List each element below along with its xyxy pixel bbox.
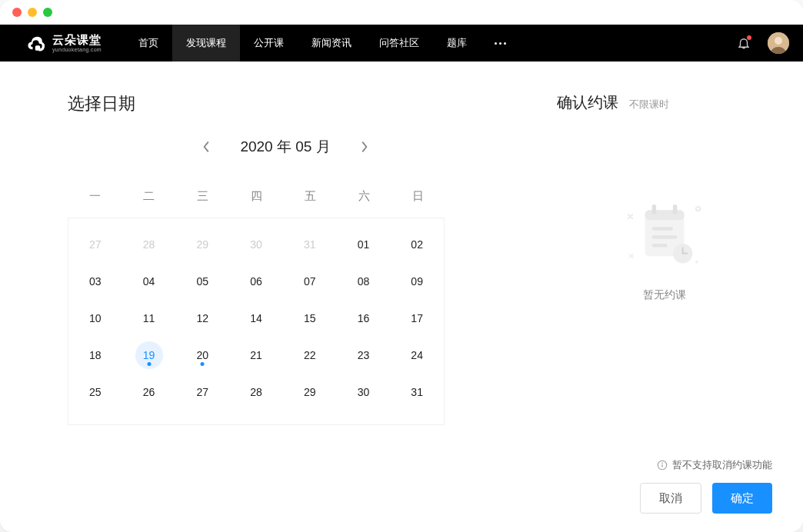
cancel-button[interactable]: 取消	[640, 483, 701, 514]
prev-month-button[interactable]	[198, 139, 214, 155]
calendar-day[interactable]: 31	[403, 378, 431, 406]
calendar-day[interactable]: 11	[135, 304, 163, 332]
calendar-day[interactable]: 14	[242, 304, 270, 332]
next-month-button[interactable]	[357, 139, 372, 155]
nav-item-2[interactable]: 公开课	[240, 25, 298, 62]
svg-rect-6	[645, 210, 685, 220]
confirm-button[interactable]: 确定	[712, 483, 772, 514]
calendar-day[interactable]: 16	[349, 304, 377, 332]
calendar-day[interactable]: 15	[296, 304, 324, 332]
nav-more[interactable]	[481, 42, 520, 45]
calendar-cell: 05	[175, 263, 229, 300]
calendar-day[interactable]: 05	[188, 268, 216, 295]
traffic-light-zoom[interactable]	[43, 8, 52, 17]
calendar-day[interactable]: 24	[403, 341, 431, 369]
notice: 暂不支持取消约课功能	[557, 458, 772, 472]
logo-subtext: yunduoketang.com	[52, 47, 102, 52]
traffic-light-minimize[interactable]	[28, 8, 37, 17]
calendar-day[interactable]: 12	[188, 304, 216, 332]
nav-item-1[interactable]: 发现课程	[172, 25, 240, 62]
calendar-day[interactable]: 03	[82, 268, 109, 295]
calendar-day[interactable]: 27	[188, 378, 216, 406]
info-icon	[657, 460, 668, 470]
calendar-cell: 14	[229, 300, 283, 337]
calendar-day[interactable]: 23	[349, 341, 377, 369]
calendar-cell: 27	[175, 374, 229, 411]
calendar-cell: 02	[390, 226, 444, 263]
calendar-cell: 28	[229, 374, 283, 411]
calendar-day[interactable]: 25	[82, 378, 109, 406]
nav-item-0[interactable]: 首页	[125, 25, 172, 62]
calendar-cell: 26	[122, 374, 176, 411]
calendar-day[interactable]: 08	[349, 268, 377, 295]
calendar-cell: 25	[68, 374, 122, 411]
svg-point-2	[775, 37, 782, 45]
calendar-title: 选择日期	[68, 92, 503, 115]
calendar-day[interactable]: 30	[349, 378, 377, 406]
calendar-day[interactable]: 21	[242, 341, 270, 369]
calendar-cell: 27	[68, 226, 122, 263]
nav-item-4[interactable]: 问答社区	[365, 25, 433, 62]
calendar-day[interactable]: 01	[349, 231, 377, 258]
calendar-day[interactable]: 10	[82, 304, 109, 332]
calendar-day: 31	[296, 231, 324, 258]
event-dot	[147, 362, 151, 366]
month-label: 2020 年 05 月	[240, 137, 330, 157]
empty-state: 暂无约课	[557, 144, 772, 458]
calendar-cell: 30	[229, 226, 283, 263]
svg-rect-10	[652, 235, 678, 239]
calendar-day[interactable]: 22	[296, 341, 324, 369]
calendar-day[interactable]: 06	[242, 268, 270, 295]
weekday-6: 日	[391, 178, 445, 218]
svg-rect-14	[661, 464, 662, 467]
calendar-cell: 18	[68, 337, 122, 374]
calendar-day[interactable]: 17	[403, 304, 431, 332]
calendar-cell: 16	[337, 300, 391, 337]
calendar-cell: 29	[283, 374, 337, 411]
calendar-day: 30	[242, 231, 270, 258]
avatar[interactable]	[768, 32, 789, 54]
confirm-title: 确认约课	[557, 92, 618, 113]
calendar-day[interactable]: 09	[403, 268, 431, 295]
weekday-1: 二	[122, 178, 175, 218]
month-picker: 2020 年 05 月	[68, 137, 503, 157]
calendar-day[interactable]: 04	[135, 268, 163, 295]
calendar-day[interactable]: 26	[135, 378, 163, 406]
calendar-day[interactable]: 19	[135, 341, 163, 369]
calendar-day[interactable]: 07	[296, 268, 324, 295]
confirm-subtitle: 不限课时	[629, 98, 669, 111]
svg-rect-11	[652, 244, 668, 248]
svg-point-4	[695, 261, 698, 264]
notifications-button[interactable]	[737, 36, 751, 50]
calendar-cell: 31	[283, 226, 337, 263]
calendar-cell: 06	[229, 263, 283, 300]
nav-item-3[interactable]: 新闻资讯	[298, 25, 365, 62]
calendar-day[interactable]: 28	[242, 378, 270, 406]
calendar-day[interactable]: 02	[403, 231, 431, 258]
traffic-light-close[interactable]	[12, 8, 22, 17]
calendar-cell: 03	[68, 263, 122, 300]
calendar-cell: 20	[175, 337, 229, 374]
chevron-left-icon	[202, 141, 210, 152]
calendar-cell: 21	[229, 337, 283, 374]
calendar-panel: 选择日期 2020 年 05 月 一二三四五六日 272829303101020…	[0, 62, 526, 532]
calendar-cell: 04	[122, 263, 176, 300]
weekday-5: 六	[337, 178, 391, 218]
svg-point-15	[661, 463, 663, 464]
chevron-right-icon	[361, 141, 368, 152]
weekday-2: 三	[175, 178, 229, 218]
calendar-cell: 09	[390, 263, 444, 300]
calendar-cell: 28	[122, 226, 176, 263]
logo[interactable]: 云朵课堂 yunduoketang.com	[28, 33, 102, 53]
calendar-day[interactable]: 29	[296, 378, 324, 406]
calendar-grid: 2728293031010203040506070809101112141516…	[68, 218, 445, 425]
calendar-cell: 12	[175, 300, 229, 337]
logo-text: 云朵课堂	[52, 34, 102, 45]
calendar-cell: 19	[122, 337, 176, 374]
event-dot	[201, 362, 205, 366]
nav-item-5[interactable]: 题库	[433, 25, 481, 62]
calendar-cell: 31	[390, 374, 444, 411]
calendar-day[interactable]: 20	[188, 341, 216, 369]
calendar-day[interactable]: 18	[82, 341, 109, 369]
empty-illustration	[622, 198, 707, 274]
